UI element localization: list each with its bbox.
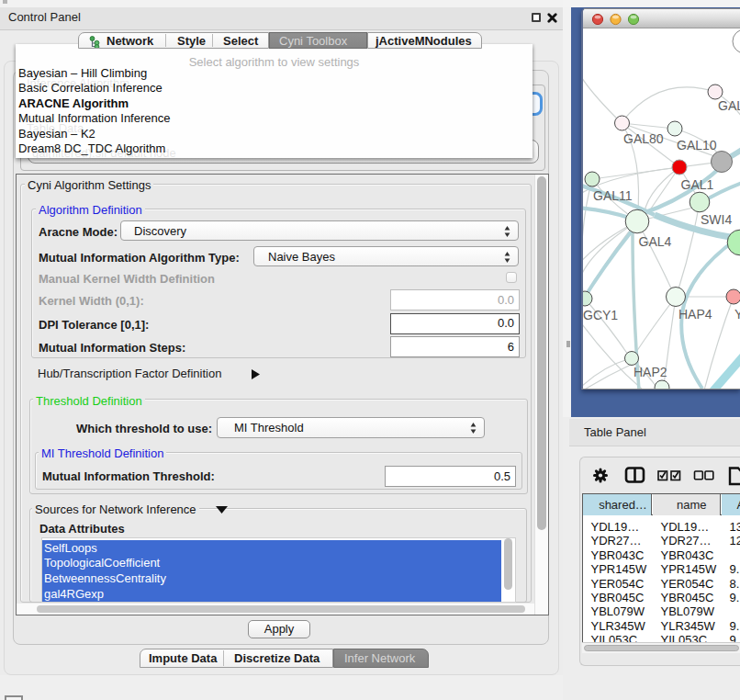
svg-text:GAL11: GAL11 — [593, 188, 633, 203]
svg-text:GCY1: GCY1 — [583, 308, 618, 322]
svg-text:HAP2: HAP2 — [633, 365, 667, 379]
svg-text:SWI4: SWI4 — [701, 212, 732, 227]
svg-text:HAP4: HAP4 — [678, 307, 712, 322]
svg-text:GAL1: GAL1 — [681, 177, 714, 192]
svg-text:YM…: YM… — [734, 307, 740, 322]
svg-text:GAL10: GAL10 — [677, 138, 717, 152]
svg-text:GAL4: GAL4 — [639, 234, 672, 249]
svg-text:GAL7: GAL7 — [718, 98, 740, 113]
svg-text:GAL80: GAL80 — [623, 131, 664, 146]
